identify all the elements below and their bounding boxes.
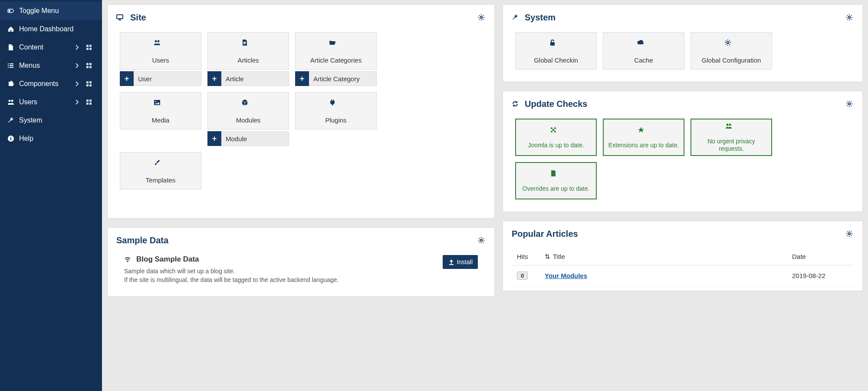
col-title: ⇅Title — [545, 253, 783, 261]
panel-sample-title: Sample Data — [116, 235, 478, 245]
tile-label: Plugins — [325, 116, 346, 124]
star-icon — [638, 126, 650, 139]
popular-table-header: Hits ⇅Title Date — [512, 249, 854, 265]
tile-label: Global Configuration — [702, 56, 761, 64]
panel-update-checks: Update Checks Joomla is up to date. Exte… — [503, 91, 863, 212]
add-article-categories-button[interactable]: + Article Category — [295, 71, 377, 86]
sort-icon: ⇅ — [545, 253, 550, 261]
dashboard-grid-icon[interactable] — [83, 81, 95, 87]
dashboard-grid-icon[interactable] — [83, 99, 95, 105]
update-tile-overrides-are-up-to-date[interactable]: Overrides are up to date. — [515, 162, 597, 199]
tile-label: Cache — [634, 56, 653, 64]
joomla-icon — [550, 126, 562, 139]
panel-popular-title: Popular Articles — [512, 229, 846, 239]
tile-global-checkin[interactable]: Global Checkin — [515, 32, 597, 70]
home-icon — [7, 26, 15, 33]
panel-system: System Global Checkin Cache Global Confi… — [503, 4, 863, 82]
monitor-icon — [116, 14, 125, 22]
update-tile-label: No urgent privacy requests. — [696, 138, 767, 152]
panel-popular-articles: Popular Articles Hits ⇅Title Date 0 Your… — [503, 221, 863, 291]
article-link[interactable]: Your Modules — [545, 272, 587, 279]
tile-label: Media — [152, 116, 170, 124]
update-tile-label: Overrides are up to date. — [523, 185, 590, 192]
tile-label: Article Categories — [310, 56, 362, 64]
sidebar-item-label: Components — [19, 80, 71, 88]
add-modules-button[interactable]: + Module — [207, 131, 289, 146]
tile-label: Articles — [237, 56, 259, 64]
brush-icon — [154, 158, 168, 173]
sidebar-item-help[interactable]: Help — [0, 129, 102, 148]
panel-sample-data: Sample Data Blog Sample Data Sample data… — [107, 227, 495, 297]
panel-popular-gear[interactable] — [846, 230, 854, 238]
sidebar-item-label: Home Dashboard — [19, 25, 95, 33]
refresh-icon — [512, 100, 519, 108]
tile-label: Users — [152, 56, 169, 64]
sidebar-item-label: Content — [19, 43, 71, 51]
update-tile-no-urgent-privacy-requests[interactable]: No urgent privacy requests. — [690, 119, 772, 156]
chevron-right-icon[interactable] — [71, 44, 83, 51]
add-articles-button[interactable]: + Article — [207, 71, 289, 86]
tile-label: Templates — [146, 176, 175, 184]
tile-global-configuration[interactable]: Global Configuration — [690, 32, 772, 70]
tile-label: Modules — [236, 116, 261, 124]
file-lines-icon — [241, 38, 255, 53]
sample-install-label: Install — [457, 258, 473, 265]
dashboard-grid-icon[interactable] — [83, 63, 95, 69]
panel-update-gear[interactable] — [846, 100, 854, 108]
chevron-right-icon[interactable] — [71, 62, 83, 69]
sidebar-item-components[interactable]: Components — [0, 75, 102, 93]
add-users-button[interactable]: + User — [120, 71, 201, 86]
plus-icon: + — [295, 71, 309, 86]
main-content: Site Users + User Articles + — [102, 0, 868, 391]
sidebar-item-menus[interactable]: Menus — [0, 56, 102, 75]
sidebar-toggle-menu[interactable]: Toggle Menu — [0, 2, 102, 20]
unlock-icon — [549, 38, 563, 53]
panel-site-gear[interactable] — [478, 14, 486, 22]
cube-icon — [241, 98, 255, 113]
image-icon — [154, 98, 168, 113]
tile-article-categories[interactable]: Article Categories — [295, 32, 377, 70]
info-icon — [7, 135, 15, 142]
panel-system-gear[interactable] — [846, 14, 854, 22]
tile-templates[interactable]: Templates — [120, 152, 201, 189]
sidebar: Toggle Menu Home Dashboard Content Menus… — [0, 0, 102, 391]
wifi-icon — [124, 256, 132, 263]
sidebar-item-label: Help — [19, 135, 95, 142]
add-label: Article — [221, 71, 289, 86]
panel-update-title: Update Checks — [525, 99, 846, 109]
tile-modules[interactable]: Modules — [207, 92, 289, 129]
panel-system-title: System — [525, 13, 846, 23]
sidebar-item-content[interactable]: Content — [0, 38, 102, 56]
toggle-icon — [7, 8, 15, 14]
tile-articles[interactable]: Articles — [207, 32, 289, 70]
update-tile-joomla-is-up-to-date[interactable]: Joomla is up to date. — [515, 119, 597, 156]
tile-label: Global Checkin — [534, 56, 578, 64]
update-tile-label: Extensions are up to date. — [608, 142, 679, 149]
add-label: Module — [221, 131, 289, 146]
tile-users[interactable]: Users — [120, 32, 201, 70]
chevron-right-icon[interactable] — [71, 80, 83, 87]
update-tile-extensions-are-up-to-date[interactable]: Extensions are up to date. — [603, 119, 684, 156]
sidebar-item-label: System — [19, 116, 95, 124]
plus-icon: + — [207, 71, 221, 86]
panel-sample-gear[interactable] — [478, 237, 486, 245]
users-icon — [7, 99, 15, 106]
sidebar-item-system[interactable]: System — [0, 111, 102, 129]
sidebar-item-users[interactable]: Users — [0, 93, 102, 111]
sample-item-title: Blog Sample Data — [136, 255, 199, 264]
dashboard-grid-icon[interactable] — [83, 44, 95, 50]
plug-icon — [329, 98, 343, 113]
sample-install-button[interactable]: Install — [443, 255, 478, 269]
list-icon — [7, 62, 15, 69]
tile-media[interactable]: Media — [120, 92, 201, 129]
wrench-icon — [512, 14, 519, 22]
col-date: Date — [792, 253, 848, 261]
chevron-right-icon[interactable] — [71, 99, 83, 106]
folder-open-icon — [329, 38, 343, 53]
sidebar-item-label: Menus — [19, 62, 71, 70]
upload-icon — [448, 259, 454, 265]
sidebar-item-home-dashboard[interactable]: Home Dashboard — [0, 20, 102, 38]
tile-cache[interactable]: Cache — [603, 32, 684, 70]
tile-plugins[interactable]: Plugins — [295, 92, 377, 129]
panel-site: Site Users + User Articles + — [107, 4, 495, 219]
